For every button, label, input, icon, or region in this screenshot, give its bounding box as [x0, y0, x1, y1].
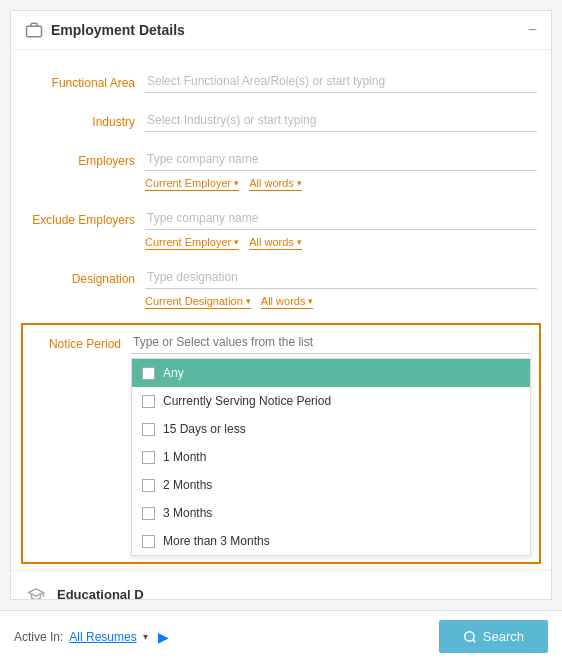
industry-label: Industry	[25, 109, 135, 129]
functional-area-row: Functional Area	[11, 62, 551, 101]
employers-label: Employers	[25, 148, 135, 168]
exclude-employers-input[interactable]	[145, 207, 537, 230]
dropdown-checkbox	[142, 451, 155, 464]
dropdown-item[interactable]: More than 3 Months	[132, 527, 530, 555]
designation-allwords-dropdown[interactable]: All words ▾	[261, 295, 314, 309]
dropdown-checkbox	[142, 479, 155, 492]
functional-area-input[interactable]	[145, 70, 537, 93]
dropdown-checkbox	[142, 367, 155, 380]
card-body: Functional Area Industry Employers	[11, 50, 551, 599]
functional-area-label: Functional Area	[25, 70, 135, 90]
designation-allwords-chevron: ▾	[308, 296, 313, 306]
svg-point-11	[465, 631, 474, 640]
search-label: Search	[483, 629, 524, 644]
dropdown-item[interactable]: Currently Serving Notice Period	[132, 387, 530, 415]
employers-control: Current Employer ▾ All words ▾	[145, 148, 537, 191]
search-button[interactable]: Search	[439, 620, 548, 653]
dropdown-item-label: 15 Days or less	[163, 422, 246, 436]
exclude-employers-current-label: Current Employer	[145, 236, 231, 248]
exclude-employers-allwords-label: All words	[249, 236, 294, 248]
exclude-employers-control: Current Employer ▾ All words ▾	[145, 207, 537, 250]
briefcase-icon	[25, 21, 43, 39]
employers-allwords-chevron: ▾	[297, 178, 302, 188]
employers-current-dropdown[interactable]: Current Employer ▾	[145, 177, 239, 191]
functional-area-control	[145, 70, 537, 93]
educational-icon	[25, 583, 47, 599]
industry-input[interactable]	[145, 109, 537, 132]
employment-details-card: Employment Details − Functional Area Ind…	[10, 10, 552, 600]
active-resumes-link[interactable]: All Resumes	[69, 630, 136, 644]
employers-row: Employers Current Employer ▾ All words ▾	[11, 140, 551, 199]
designation-current-dropdown[interactable]: Current Designation ▾	[145, 295, 251, 309]
employers-current-label: Current Employer	[145, 177, 231, 189]
active-label: Active In:	[14, 630, 63, 644]
designation-allwords-label: All words	[261, 295, 306, 307]
footer: Active In: All Resumes ▾ ▶ Search	[0, 610, 562, 662]
employers-allwords-dropdown[interactable]: All words ▾	[249, 177, 302, 191]
notice-period-row: Notice Period	[31, 331, 531, 354]
designation-control: Current Designation ▾ All words ▾	[145, 266, 537, 309]
dropdown-item-label: Currently Serving Notice Period	[163, 394, 331, 408]
footer-nav-arrow[interactable]: ▶	[158, 629, 169, 645]
dropdown-item[interactable]: 2 Months	[132, 471, 530, 499]
designation-label: Designation	[25, 266, 135, 286]
dropdown-item-label: Any	[163, 366, 184, 380]
dropdown-checkbox	[142, 395, 155, 408]
dropdown-item[interactable]: Any	[132, 359, 530, 387]
notice-period-input[interactable]	[131, 331, 531, 354]
employers-current-chevron: ▾	[234, 178, 239, 188]
exclude-employers-current-chevron: ▾	[234, 237, 239, 247]
dropdown-item-label: 1 Month	[163, 450, 206, 464]
designation-row: Designation Current Designation ▾ All wo…	[11, 258, 551, 317]
dropdown-checkbox	[142, 423, 155, 436]
search-icon	[463, 630, 477, 644]
collapse-icon[interactable]: −	[528, 21, 537, 39]
employers-sub-controls: Current Employer ▾ All words ▾	[145, 177, 537, 191]
notice-period-section: Notice Period AnyCurrently Serving Notic…	[21, 323, 541, 564]
dropdown-item[interactable]: 15 Days or less	[132, 415, 530, 443]
active-in-section: Active In: All Resumes ▾ ▶	[14, 629, 169, 645]
dropdown-item[interactable]: 1 Month	[132, 443, 530, 471]
main-container: Employment Details − Functional Area Ind…	[0, 0, 562, 610]
dropdown-checkbox	[142, 535, 155, 548]
dropdown-item[interactable]: 3 Months	[132, 499, 530, 527]
dropdown-item-label: More than 3 Months	[163, 534, 270, 548]
dropdown-item-label: 3 Months	[163, 506, 212, 520]
exclude-employers-allwords-dropdown[interactable]: All words ▾	[249, 236, 302, 250]
card-title: Employment Details	[51, 22, 185, 38]
designation-input[interactable]	[145, 266, 537, 289]
svg-rect-0	[27, 26, 42, 37]
active-dropdown-chevron[interactable]: ▾	[143, 631, 148, 642]
designation-sub-controls: Current Designation ▾ All words ▾	[145, 295, 537, 309]
educational-details-title: Educational D	[57, 587, 144, 600]
dropdown-item-label: 2 Months	[163, 478, 212, 492]
educational-details-section[interactable]: Educational D	[11, 570, 551, 599]
card-header: Employment Details −	[11, 11, 551, 50]
industry-control	[145, 109, 537, 132]
industry-row: Industry	[11, 101, 551, 140]
notice-period-label: Notice Period	[31, 331, 121, 351]
exclude-employers-label: Exclude Employers	[25, 207, 135, 227]
designation-current-label: Current Designation	[145, 295, 243, 307]
notice-period-dropdown-list: AnyCurrently Serving Notice Period15 Day…	[131, 358, 531, 556]
employers-input[interactable]	[145, 148, 537, 171]
svg-line-12	[473, 639, 476, 642]
employers-allwords-label: All words	[249, 177, 294, 189]
exclude-employers-current-dropdown[interactable]: Current Employer ▾	[145, 236, 239, 250]
card-header-left: Employment Details	[25, 21, 185, 39]
exclude-employers-sub-controls: Current Employer ▾ All words ▾	[145, 236, 537, 250]
exclude-employers-row: Exclude Employers Current Employer ▾ All…	[11, 199, 551, 258]
designation-current-chevron: ▾	[246, 296, 251, 306]
exclude-employers-allwords-chevron: ▾	[297, 237, 302, 247]
dropdown-checkbox	[142, 507, 155, 520]
